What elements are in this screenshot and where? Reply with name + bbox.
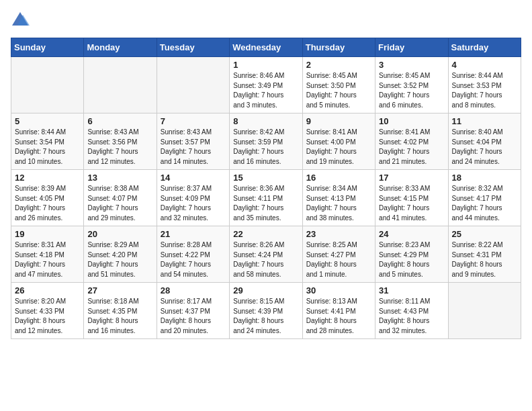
day-number: 16: [306, 173, 371, 183]
day-info: Sunrise: 8:46 AM Sunset: 3:49 PM Dayligh…: [233, 71, 298, 110]
calendar-cell: 4Sunrise: 8:44 AM Sunset: 3:53 PM Daylig…: [448, 57, 521, 113]
day-info: Sunrise: 8:39 AM Sunset: 4:05 PM Dayligh…: [15, 184, 80, 223]
calendar-cell: 29Sunrise: 8:15 AM Sunset: 4:39 PM Dayli…: [230, 283, 302, 339]
calendar-cell: 1Sunrise: 8:46 AM Sunset: 3:49 PM Daylig…: [230, 57, 302, 113]
calendar-week-row: 12Sunrise: 8:39 AM Sunset: 4:05 PM Dayli…: [11, 170, 521, 226]
calendar-cell: 19Sunrise: 8:31 AM Sunset: 4:18 PM Dayli…: [11, 226, 84, 283]
day-info: Sunrise: 8:26 AM Sunset: 4:24 PM Dayligh…: [233, 240, 298, 279]
calendar-cell: 25Sunrise: 8:22 AM Sunset: 4:31 PM Dayli…: [448, 226, 521, 283]
weekday-header: Wednesday: [230, 38, 302, 57]
day-info: Sunrise: 8:44 AM Sunset: 3:54 PM Dayligh…: [15, 128, 80, 167]
day-number: 9: [306, 116, 371, 126]
day-number: 25: [452, 229, 517, 239]
day-info: Sunrise: 8:18 AM Sunset: 4:35 PM Dayligh…: [87, 297, 152, 336]
day-info: Sunrise: 8:41 AM Sunset: 4:00 PM Dayligh…: [306, 128, 371, 167]
calendar-cell: 20Sunrise: 8:29 AM Sunset: 4:20 PM Dayli…: [84, 226, 157, 283]
logo: [11, 11, 32, 30]
day-info: Sunrise: 8:36 AM Sunset: 4:11 PM Dayligh…: [233, 184, 298, 223]
weekday-header-row: SundayMondayTuesdayWednesdayThursdayFrid…: [11, 38, 521, 57]
day-info: Sunrise: 8:25 AM Sunset: 4:27 PM Dayligh…: [306, 240, 371, 279]
day-number: 17: [379, 173, 444, 183]
day-info: Sunrise: 8:31 AM Sunset: 4:18 PM Dayligh…: [15, 240, 80, 279]
day-number: 30: [306, 285, 371, 295]
day-info: Sunrise: 8:22 AM Sunset: 4:31 PM Dayligh…: [452, 240, 517, 279]
calendar-cell: 13Sunrise: 8:38 AM Sunset: 4:07 PM Dayli…: [84, 170, 157, 226]
day-number: 26: [15, 285, 80, 295]
day-number: 8: [233, 116, 298, 126]
day-number: 7: [161, 116, 226, 126]
calendar-cell: [448, 283, 521, 339]
day-info: Sunrise: 8:29 AM Sunset: 4:20 PM Dayligh…: [87, 240, 152, 279]
calendar-cell: 21Sunrise: 8:28 AM Sunset: 4:22 PM Dayli…: [157, 226, 229, 283]
calendar-cell: 16Sunrise: 8:34 AM Sunset: 4:13 PM Dayli…: [302, 170, 375, 226]
day-info: Sunrise: 8:17 AM Sunset: 4:37 PM Dayligh…: [161, 297, 226, 336]
day-number: 14: [161, 173, 226, 183]
page-header: [11, 11, 521, 30]
day-info: Sunrise: 8:20 AM Sunset: 4:33 PM Dayligh…: [15, 297, 80, 336]
weekday-header: Sunday: [11, 38, 84, 57]
day-number: 28: [161, 285, 226, 295]
calendar-cell: 9Sunrise: 8:41 AM Sunset: 4:00 PM Daylig…: [302, 113, 375, 170]
calendar-cell: 22Sunrise: 8:26 AM Sunset: 4:24 PM Dayli…: [230, 226, 302, 283]
day-number: 2: [306, 60, 371, 70]
day-info: Sunrise: 8:45 AM Sunset: 3:52 PM Dayligh…: [379, 71, 444, 110]
day-info: Sunrise: 8:32 AM Sunset: 4:17 PM Dayligh…: [452, 184, 517, 223]
calendar-cell: [157, 57, 229, 113]
day-info: Sunrise: 8:23 AM Sunset: 4:29 PM Dayligh…: [379, 240, 444, 279]
day-number: 10: [379, 116, 444, 126]
day-number: 13: [87, 173, 152, 183]
day-number: 11: [452, 116, 517, 126]
weekday-header: Saturday: [448, 38, 521, 57]
day-number: 23: [306, 229, 371, 239]
calendar-cell: 12Sunrise: 8:39 AM Sunset: 4:05 PM Dayli…: [11, 170, 84, 226]
calendar-cell: 15Sunrise: 8:36 AM Sunset: 4:11 PM Dayli…: [230, 170, 302, 226]
weekday-header: Tuesday: [157, 38, 229, 57]
day-number: 19: [15, 229, 80, 239]
calendar-cell: 24Sunrise: 8:23 AM Sunset: 4:29 PM Dayli…: [375, 226, 448, 283]
calendar-cell: 11Sunrise: 8:40 AM Sunset: 4:04 PM Dayli…: [448, 113, 521, 170]
day-number: 20: [87, 229, 152, 239]
day-number: 15: [233, 173, 298, 183]
calendar-cell: 17Sunrise: 8:33 AM Sunset: 4:15 PM Dayli…: [375, 170, 448, 226]
day-info: Sunrise: 8:15 AM Sunset: 4:39 PM Dayligh…: [233, 297, 298, 336]
calendar-cell: 31Sunrise: 8:11 AM Sunset: 4:43 PM Dayli…: [375, 283, 448, 339]
day-number: 24: [379, 229, 444, 239]
day-info: Sunrise: 8:42 AM Sunset: 3:59 PM Dayligh…: [233, 128, 298, 167]
calendar-cell: 3Sunrise: 8:45 AM Sunset: 3:52 PM Daylig…: [375, 57, 448, 113]
calendar-week-row: 19Sunrise: 8:31 AM Sunset: 4:18 PM Dayli…: [11, 226, 521, 283]
calendar-cell: 6Sunrise: 8:43 AM Sunset: 3:56 PM Daylig…: [84, 113, 157, 170]
calendar-cell: 23Sunrise: 8:25 AM Sunset: 4:27 PM Dayli…: [302, 226, 375, 283]
day-info: Sunrise: 8:34 AM Sunset: 4:13 PM Dayligh…: [306, 184, 371, 223]
calendar-cell: [84, 57, 157, 113]
day-info: Sunrise: 8:38 AM Sunset: 4:07 PM Dayligh…: [87, 184, 152, 223]
calendar-cell: 30Sunrise: 8:13 AM Sunset: 4:41 PM Dayli…: [302, 283, 375, 339]
calendar-cell: 18Sunrise: 8:32 AM Sunset: 4:17 PM Dayli…: [448, 170, 521, 226]
calendar-cell: 10Sunrise: 8:41 AM Sunset: 4:02 PM Dayli…: [375, 113, 448, 170]
calendar-cell: 7Sunrise: 8:43 AM Sunset: 3:57 PM Daylig…: [157, 113, 229, 170]
calendar-cell: 28Sunrise: 8:17 AM Sunset: 4:37 PM Dayli…: [157, 283, 229, 339]
calendar-cell: [11, 57, 84, 113]
day-number: 31: [379, 285, 444, 295]
day-info: Sunrise: 8:37 AM Sunset: 4:09 PM Dayligh…: [161, 184, 226, 223]
weekday-header: Monday: [84, 38, 157, 57]
calendar-cell: 26Sunrise: 8:20 AM Sunset: 4:33 PM Dayli…: [11, 283, 84, 339]
weekday-header: Friday: [375, 38, 448, 57]
calendar-week-row: 5Sunrise: 8:44 AM Sunset: 3:54 PM Daylig…: [11, 113, 521, 170]
day-number: 1: [233, 60, 298, 70]
calendar-week-row: 26Sunrise: 8:20 AM Sunset: 4:33 PM Dayli…: [11, 283, 521, 339]
day-info: Sunrise: 8:41 AM Sunset: 4:02 PM Dayligh…: [379, 128, 444, 167]
day-info: Sunrise: 8:43 AM Sunset: 3:56 PM Dayligh…: [87, 128, 152, 167]
day-info: Sunrise: 8:28 AM Sunset: 4:22 PM Dayligh…: [161, 240, 226, 279]
day-info: Sunrise: 8:40 AM Sunset: 4:04 PM Dayligh…: [452, 128, 517, 167]
day-number: 21: [161, 229, 226, 239]
calendar-cell: 14Sunrise: 8:37 AM Sunset: 4:09 PM Dayli…: [157, 170, 229, 226]
day-info: Sunrise: 8:11 AM Sunset: 4:43 PM Dayligh…: [379, 297, 444, 336]
day-info: Sunrise: 8:44 AM Sunset: 3:53 PM Dayligh…: [452, 71, 517, 110]
day-number: 22: [233, 229, 298, 239]
day-number: 29: [233, 285, 298, 295]
day-number: 18: [452, 173, 517, 183]
day-number: 6: [87, 116, 152, 126]
calendar-cell: 27Sunrise: 8:18 AM Sunset: 4:35 PM Dayli…: [84, 283, 157, 339]
day-info: Sunrise: 8:43 AM Sunset: 3:57 PM Dayligh…: [161, 128, 226, 167]
logo-icon: [11, 11, 30, 30]
